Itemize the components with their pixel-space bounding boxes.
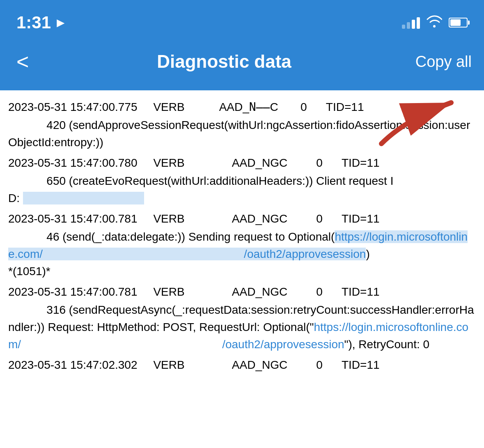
battery-icon xyxy=(449,18,468,28)
status-time: 1:31 ► xyxy=(16,13,67,32)
log-entry: 2023-05-31 15:47:02.302 VERB AAD_NGC 0 T… xyxy=(8,356,476,374)
log-code: 0 xyxy=(300,101,307,113)
log-entry: 2023-05-31 15:47:00.781 VERB AAD_NGC 0 T… xyxy=(8,283,476,353)
copy-all-button[interactable]: Copy all xyxy=(415,53,472,71)
nav-bar: < Diagnostic data Copy all xyxy=(0,41,484,90)
log-timestamp: 2023-05-31 15:47:00.781 xyxy=(8,285,138,298)
log-level: VERB xyxy=(153,156,184,169)
log-source: AAD_NGC xyxy=(232,212,287,225)
location-icon: ► xyxy=(54,15,67,30)
log-code: 0 xyxy=(316,156,323,169)
redacted-value xyxy=(23,192,145,204)
log-header-line: 2023-05-31 15:47:00.781 VERB AAD_NGC 0 T… xyxy=(8,283,476,301)
log-tid: TID=11 xyxy=(342,212,380,225)
log-source: AAD_NGC xyxy=(232,285,287,298)
back-button[interactable]: < xyxy=(12,47,33,76)
battery-fill xyxy=(450,19,461,26)
log-level: VERB xyxy=(153,285,184,298)
signal-bar-2 xyxy=(407,22,410,29)
arrow-annotation xyxy=(365,94,472,149)
log-body: 46 (send(_:data:delegate:)) Sending requ… xyxy=(8,228,476,280)
log-tid: TID=11 xyxy=(342,285,380,298)
status-icons xyxy=(402,15,468,30)
log-code: 0 xyxy=(316,212,323,225)
log-timestamp: 2023-05-31 15:47:00.781 xyxy=(8,212,138,225)
log-body: 650 (createEvoRequest(withUrl:additional… xyxy=(8,172,476,207)
log-entry: 2023-05-31 15:47:00.780 VERB AAD_NGC 0 T… xyxy=(8,154,476,207)
log-body: 316 (sendRequestAsync(_:requestData:sess… xyxy=(8,301,476,353)
log-header-line: 2023-05-31 15:47:00.780 VERB AAD_NGC 0 T… xyxy=(8,154,476,172)
signal-strength-icon xyxy=(402,16,420,29)
log-header-line: 2023-05-31 15:47:02.302 VERB AAD_NGC 0 T… xyxy=(8,356,476,374)
log-level: VERB xyxy=(153,212,184,225)
log-header-line: 2023-05-31 15:47:00.781 VERB AAD_NGC 0 T… xyxy=(8,210,476,227)
signal-bar-4 xyxy=(417,17,420,29)
signal-bar-1 xyxy=(402,25,405,29)
log-entry: 2023-05-31 15:47:00.781 VERB AAD_NGC 0 T… xyxy=(8,210,476,280)
log-link: https://login.microsoftonline.com/ /oaut… xyxy=(8,230,468,260)
log-source: AAD_N̶̶C xyxy=(219,101,278,113)
log-tid: TID=11 xyxy=(342,358,380,371)
log-timestamp: 2023-05-31 15:47:02.302 xyxy=(8,358,138,371)
log-level: VERB xyxy=(153,101,184,113)
log-timestamp: 2023-05-31 15:47:00.775 xyxy=(8,101,138,113)
log-tid: TID=11 xyxy=(326,101,364,113)
log-level: VERB xyxy=(153,358,184,371)
log-code: 0 xyxy=(316,358,323,371)
log-source: AAD_NGC xyxy=(232,358,287,371)
time-display: 1:31 xyxy=(16,13,51,32)
wifi-icon xyxy=(427,15,442,30)
arrow-icon xyxy=(365,94,472,148)
log-link: https://login.microsoftonline.com/ /oaut… xyxy=(8,321,468,351)
log-tid: TID=11 xyxy=(342,156,380,169)
page-title: Diagnostic data xyxy=(33,51,415,72)
log-timestamp: 2023-05-31 15:47:00.780 xyxy=(8,156,138,169)
log-code: 0 xyxy=(316,285,323,298)
signal-bar-3 xyxy=(412,20,415,29)
status-bar: 1:31 ► xyxy=(0,0,484,41)
log-source: AAD_NGC xyxy=(232,156,287,169)
